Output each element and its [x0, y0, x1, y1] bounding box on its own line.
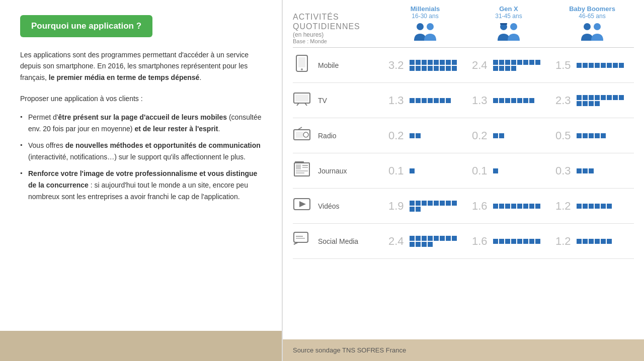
cell-value: 0.5 — [555, 129, 574, 142]
row-label-social-media: Social Media — [293, 227, 383, 255]
bar-blocks — [410, 168, 415, 173]
row-name-tv: TV — [318, 97, 327, 105]
data-cell-tv-col2: 2.3 — [550, 92, 634, 109]
cell-value: 1.6 — [472, 235, 490, 248]
bar-blocks — [493, 60, 545, 71]
intro-bold: le premier média en terme de temps dépen… — [49, 73, 200, 81]
col-header-babyboomers: Baby Boomers 46-65 ans — [550, 5, 634, 44]
bullet-2-bold: de nouvelles méthodes et opportunités de… — [65, 141, 261, 149]
table-base: Base : Monde — [293, 38, 383, 44]
journaux-icon — [293, 161, 311, 180]
row-name-social-media: Social Media — [318, 237, 358, 245]
bar-blocks — [577, 239, 612, 244]
cell-value: 2.4 — [472, 59, 490, 72]
cell-value: 1.2 — [555, 200, 574, 213]
cell-value: 1.9 — [388, 200, 407, 213]
col-header-millenials: Millenials 16-30 ans — [383, 5, 467, 44]
svg-point-0 — [417, 23, 424, 30]
svg-rect-16 — [296, 132, 303, 138]
bullet-item-3: Renforce votre l'image de votre professi… — [20, 168, 262, 203]
gen-name-babyboomers: Baby Boomers — [569, 5, 615, 13]
bar-blocks — [493, 133, 504, 138]
svg-rect-19 — [296, 164, 301, 169]
table-subtitle: (en heures) — [293, 31, 383, 38]
cell-value: 2.3 — [555, 94, 574, 107]
data-cell-social-media-col2: 1.2 — [550, 233, 634, 250]
row-label-journaux: Journaux — [293, 157, 383, 185]
cell-value: 3.2 — [388, 59, 407, 72]
genx-icon — [494, 22, 524, 44]
data-cell-mobile-col0: 3.2 — [383, 57, 467, 74]
bar-blocks — [493, 204, 540, 209]
data-cell-vidéos-col0: 1.9 — [383, 198, 467, 215]
data-rows-container: Mobile3.22.41.5TV1.31.32.3Radio0.20.20.5… — [293, 48, 634, 259]
table-row: Radio0.20.20.5 — [293, 118, 634, 153]
svg-point-1 — [427, 23, 434, 30]
data-cell-mobile-col2: 1.5 — [550, 57, 634, 74]
svg-marker-26 — [299, 201, 306, 207]
gen-name-genx: Gen X — [499, 5, 518, 13]
data-cell-social-media-col1: 1.6 — [467, 233, 550, 250]
cell-value: 0.2 — [472, 129, 490, 142]
table-row: Social Media2.41.61.2 — [293, 224, 634, 259]
cell-value: 1.3 — [472, 94, 490, 107]
table-row: Vidéos1.91.61.2 — [293, 189, 634, 224]
data-cell-radio-col2: 0.5 — [550, 127, 634, 144]
svg-rect-8 — [298, 57, 305, 67]
row-label-tv: TV — [293, 87, 383, 114]
row-label-radio: Radio — [293, 123, 383, 148]
table-title-col: ACTIVITÉSQUOTIDIENNES (en heures) Base :… — [293, 12, 383, 44]
bar-blocks — [410, 98, 451, 103]
cell-value: 1.6 — [472, 200, 490, 213]
bar-blocks — [577, 95, 629, 106]
gen-age-babyboomers: 46-65 ans — [579, 13, 605, 20]
svg-point-15 — [303, 132, 308, 137]
data-cell-social-media-col0: 2.4 — [383, 233, 467, 250]
svg-rect-24 — [295, 161, 304, 163]
cell-value: 1.5 — [555, 59, 574, 72]
cell-value: 0.3 — [555, 164, 574, 177]
tv-icon — [293, 91, 311, 110]
data-cell-tv-col0: 1.3 — [383, 92, 467, 109]
data-cell-vidéos-col1: 1.6 — [467, 198, 550, 215]
table-area: ACTIVITÉSQUOTIDIENNES (en heures) Base :… — [283, 0, 644, 339]
bullet-item-1: Permet d'être présent sur la page d'accu… — [20, 112, 262, 135]
cell-value: 0.1 — [388, 164, 407, 177]
vidéos-icon — [293, 197, 311, 215]
table-header: ACTIVITÉSQUOTIDIENNES (en heures) Base :… — [293, 5, 634, 48]
data-cell-journaux-col2: 0.3 — [550, 162, 634, 179]
mobile-icon — [293, 55, 311, 75]
gen-name-millenials: Millenials — [411, 5, 440, 13]
bar-blocks — [410, 60, 462, 71]
table-row: Journaux0.10.10.3 — [293, 153, 634, 189]
bullet-list: Permet d'être présent sur la page d'accu… — [20, 112, 262, 208]
row-name-vidéos: Vidéos — [318, 202, 340, 210]
source-text: Source sondage TNS SOFRES France — [293, 346, 406, 354]
svg-point-9 — [301, 68, 303, 70]
bar-blocks — [493, 239, 540, 244]
bar-blocks — [410, 201, 462, 212]
svg-rect-4 — [500, 23, 507, 25]
bar-blocks — [577, 63, 624, 68]
row-name-radio: Radio — [318, 132, 337, 140]
row-name-mobile: Mobile — [318, 61, 339, 69]
table-row: Mobile3.22.41.5 — [293, 48, 634, 83]
bar-blocks — [410, 133, 421, 138]
right-panel: ACTIVITÉSQUOTIDIENNES (en heures) Base :… — [282, 0, 644, 361]
bullet-1-bold2: et de leur rester à l'esprit — [134, 125, 218, 133]
table-title-line1: ACTIVITÉSQUOTIDIENNES — [293, 12, 383, 31]
data-cell-mobile-col1: 2.4 — [467, 57, 550, 74]
intro-paragraph: Les applications sont des programmes per… — [20, 49, 262, 83]
data-cell-journaux-col0: 0.1 — [383, 162, 467, 179]
bar-blocks — [410, 236, 462, 247]
cell-value: 0.1 — [472, 164, 490, 177]
babyboomers-icon — [577, 22, 607, 44]
data-cell-tv-col1: 1.3 — [467, 92, 550, 109]
table-row: TV1.31.32.3 — [293, 83, 634, 118]
bar-blocks — [493, 98, 534, 103]
bullet-1-bold: être présent sur la page d'accueil de le… — [58, 113, 227, 121]
bar-blocks — [493, 168, 498, 173]
title-button[interactable]: Pourquoi une application ? — [20, 15, 152, 37]
svg-rect-27 — [294, 232, 308, 242]
bullet-item-2: Vous offres de nouvelles méthodes et opp… — [20, 140, 262, 163]
